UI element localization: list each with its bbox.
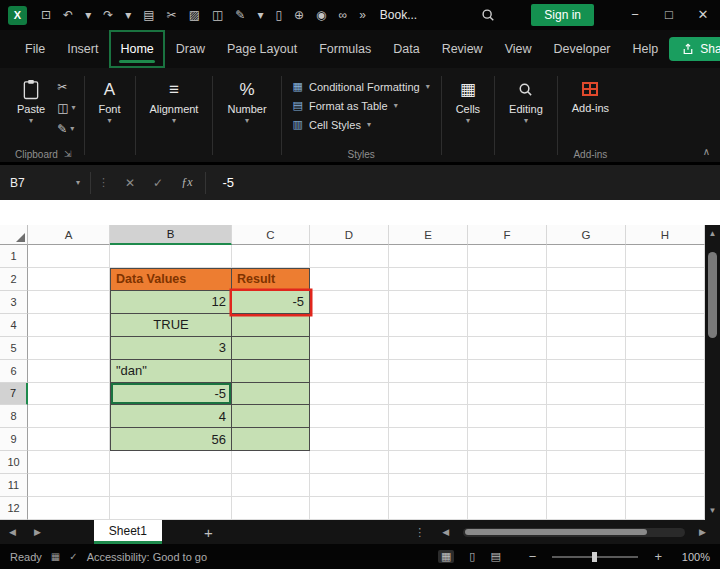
menu-tab-page-layout[interactable]: Page Layout xyxy=(216,30,308,68)
formula-bar-handle-icon[interactable]: ⋮ xyxy=(90,172,116,194)
redo-icon[interactable]: ↷ xyxy=(97,0,119,30)
row-header-12[interactable]: 12 xyxy=(0,497,28,520)
cell-D12[interactable] xyxy=(310,497,389,520)
row-header-8[interactable]: 8 xyxy=(0,405,28,428)
insert-qat-icon[interactable]: ⊕ xyxy=(288,0,310,30)
cell-B12[interactable] xyxy=(110,497,232,520)
cell-G7[interactable] xyxy=(547,383,626,406)
select-all-corner[interactable] xyxy=(0,225,28,245)
zoom-out-button[interactable]: − xyxy=(526,549,540,564)
cell-A7[interactable] xyxy=(28,383,110,406)
camera-icon[interactable]: ◉ xyxy=(310,0,332,30)
cell-A4[interactable] xyxy=(28,314,110,337)
row-header-1[interactable]: 1 xyxy=(0,245,28,268)
cell-D8[interactable] xyxy=(310,405,389,428)
hscroll-right-icon[interactable]: ▶ xyxy=(690,527,715,537)
cell-H9[interactable] xyxy=(626,428,705,451)
copy-qat-icon[interactable]: ◫ xyxy=(206,0,229,30)
zoom-slider[interactable] xyxy=(552,556,638,558)
cell-E12[interactable] xyxy=(389,497,468,520)
cell-E10[interactable] xyxy=(389,451,468,474)
font-button[interactable]: A Font ▾ xyxy=(90,73,130,146)
maximize-button[interactable]: □ xyxy=(652,0,686,30)
minimize-button[interactable]: − xyxy=(618,0,652,30)
cell-G1[interactable] xyxy=(547,245,626,268)
cell-D11[interactable] xyxy=(310,474,389,497)
cell-B3[interactable]: 12 xyxy=(110,291,232,314)
cell-F2[interactable] xyxy=(468,268,547,291)
cell-D3[interactable] xyxy=(310,291,389,314)
cell-D9[interactable] xyxy=(310,428,389,451)
cell-B5[interactable]: 3 xyxy=(110,337,232,360)
cut-qat-icon[interactable]: ✂ xyxy=(161,0,183,30)
conditional-formatting-button[interactable]: ▦ Conditional Formatting ▾ xyxy=(293,80,430,93)
cell-F7[interactable] xyxy=(468,383,547,406)
format-as-table-button[interactable]: ▤ Format as Table ▾ xyxy=(293,99,430,112)
cell-H2[interactable] xyxy=(626,268,705,291)
cell-E9[interactable] xyxy=(389,428,468,451)
menu-tab-home[interactable]: Home xyxy=(109,30,164,68)
cell-F12[interactable] xyxy=(468,497,547,520)
horizontal-scrollbar-track[interactable] xyxy=(463,528,685,537)
cell-A8[interactable] xyxy=(28,405,110,428)
cells-button[interactable]: ▦ Cells ▾ xyxy=(447,73,489,146)
share-button[interactable]: Share xyxy=(669,37,720,61)
tab-bar-options-icon[interactable]: ⋮ xyxy=(406,526,433,539)
accessibility-status[interactable]: Accessibility: Good to go xyxy=(87,551,207,563)
cell-B4[interactable]: TRUE xyxy=(110,314,232,337)
zoom-in-button[interactable]: + xyxy=(651,549,665,564)
horizontal-scrollbar-thumb[interactable] xyxy=(465,529,647,535)
zoom-slider-thumb[interactable] xyxy=(592,552,597,562)
cell-E4[interactable] xyxy=(389,314,468,337)
cell-B6[interactable]: "dan" xyxy=(110,360,232,383)
menu-tab-file[interactable]: File xyxy=(14,30,56,68)
confirm-entry-icon[interactable]: ✓ xyxy=(144,176,172,190)
cell-C6[interactable] xyxy=(232,360,310,383)
row-header-11[interactable]: 11 xyxy=(0,474,28,497)
cell-G6[interactable] xyxy=(547,360,626,383)
cell-D6[interactable] xyxy=(310,360,389,383)
cell-C10[interactable] xyxy=(232,451,310,474)
column-header-F[interactable]: F xyxy=(468,225,547,245)
row-header-6[interactable]: 6 xyxy=(0,360,28,383)
page-break-view-icon[interactable]: ▤ xyxy=(490,550,500,563)
qat-overflow-icon[interactable]: » xyxy=(353,0,372,30)
alignment-button[interactable]: ≡ Alignment ▾ xyxy=(141,73,208,146)
cell-A6[interactable] xyxy=(28,360,110,383)
cell-F11[interactable] xyxy=(468,474,547,497)
column-header-H[interactable]: H xyxy=(626,225,705,245)
cell-H10[interactable] xyxy=(626,451,705,474)
row-header-10[interactable]: 10 xyxy=(0,451,28,474)
search-icon[interactable] xyxy=(481,8,495,22)
sheet-nav-left-icon[interactable]: ◀ xyxy=(0,527,25,537)
cell-E2[interactable] xyxy=(389,268,468,291)
cell-C12[interactable] xyxy=(232,497,310,520)
cell-D10[interactable] xyxy=(310,451,389,474)
row-header-7[interactable]: 7 xyxy=(0,383,28,406)
row-header-2[interactable]: 2 xyxy=(0,268,28,291)
cell-H1[interactable] xyxy=(626,245,705,268)
cell-G4[interactable] xyxy=(547,314,626,337)
cut-button[interactable]: ✂ xyxy=(57,80,75,94)
cell-F10[interactable] xyxy=(468,451,547,474)
cell-C5[interactable] xyxy=(232,337,310,360)
menu-tab-draw[interactable]: Draw xyxy=(165,30,216,68)
sheet-tab-sheet1[interactable]: Sheet1 xyxy=(94,520,162,544)
excel-logo-icon[interactable]: X xyxy=(8,6,27,25)
cell-H6[interactable] xyxy=(626,360,705,383)
cell-H11[interactable] xyxy=(626,474,705,497)
menu-tab-developer[interactable]: Developer xyxy=(543,30,622,68)
paste-button[interactable]: Paste ▾ xyxy=(8,73,54,146)
menu-tab-view[interactable]: View xyxy=(494,30,543,68)
ribbon-collapse-chevron[interactable]: ∧ xyxy=(703,146,710,157)
cell-D1[interactable] xyxy=(310,245,389,268)
cell-A11[interactable] xyxy=(28,474,110,497)
formula-input[interactable]: -5 xyxy=(210,175,234,190)
cell-G10[interactable] xyxy=(547,451,626,474)
cell-H7[interactable] xyxy=(626,383,705,406)
cell-C7[interactable] xyxy=(232,383,310,406)
copy-button[interactable]: ◫▾ xyxy=(57,101,75,115)
vertical-scrollbar[interactable]: ▲ ▼ xyxy=(705,225,720,520)
page-layout-view-icon[interactable]: ▯ xyxy=(469,550,475,563)
menu-tab-insert[interactable]: Insert xyxy=(56,30,109,68)
